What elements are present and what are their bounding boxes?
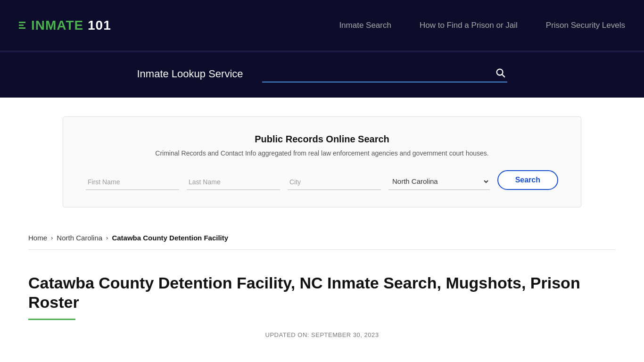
last-name-field [187, 174, 280, 190]
page-title-section: Catawba County Detention Facility, NC In… [0, 250, 644, 348]
city-input[interactable] [288, 174, 381, 190]
search-icon-button[interactable] [493, 66, 507, 82]
nav-inmate-search[interactable]: Inmate Search [339, 21, 391, 30]
title-underline [28, 319, 75, 320]
nav-find-prison[interactable]: How to Find a Prison or Jail [420, 21, 518, 30]
logo-text: INMATE 101 [31, 18, 111, 33]
state-select[interactable]: AlabamaAlaskaArizonaArkansasCaliforniaCo… [388, 173, 490, 190]
breadcrumb-chevron-2: › [106, 234, 108, 241]
records-form: AlabamaAlaskaArizonaArkansasCaliforniaCo… [86, 170, 558, 190]
public-records-title: Public Records Online Search [86, 134, 558, 145]
updated-text: UPDATED ON: SEPTEMBER 30, 2023 [28, 331, 616, 338]
public-records-box: Public Records Online Search Criminal Re… [63, 116, 581, 207]
nav-links: Inmate Search How to Find a Prison or Ja… [339, 21, 625, 30]
logo-icon [19, 22, 25, 29]
search-button[interactable]: Search [497, 170, 558, 190]
logo[interactable]: INMATE 101 [19, 18, 111, 33]
search-icon [495, 67, 505, 78]
search-bar-section: Inmate Lookup Service [0, 52, 644, 98]
public-records-description: Criminal Records and Contact Info aggreg… [86, 149, 558, 157]
state-select-wrapper: AlabamaAlaskaArizonaArkansasCaliforniaCo… [388, 173, 490, 190]
first-name-field [86, 174, 179, 190]
breadcrumb-chevron-1: › [51, 234, 53, 241]
search-input-wrapper [262, 66, 507, 82]
lookup-service-label: Inmate Lookup Service [137, 68, 243, 80]
search-input[interactable] [262, 66, 507, 82]
breadcrumb-home[interactable]: Home [28, 234, 47, 242]
breadcrumb: Home › North Carolina › Catawba County D… [0, 222, 644, 249]
svg-line-1 [502, 75, 504, 77]
breadcrumb-state[interactable]: North Carolina [57, 234, 102, 242]
last-name-input[interactable] [187, 174, 280, 190]
nav-security-levels[interactable]: Prison Security Levels [546, 21, 625, 30]
top-navigation: INMATE 101 Inmate Search How to Find a P… [0, 0, 644, 52]
page-title: Catawba County Detention Facility, NC In… [28, 273, 616, 312]
gap-spacer [0, 98, 644, 116]
svg-point-0 [496, 69, 503, 75]
city-field [288, 174, 381, 190]
breadcrumb-current: Catawba County Detention Facility [112, 234, 228, 242]
public-records-section: Public Records Online Search Criminal Re… [0, 116, 644, 207]
first-name-input[interactable] [86, 174, 179, 190]
